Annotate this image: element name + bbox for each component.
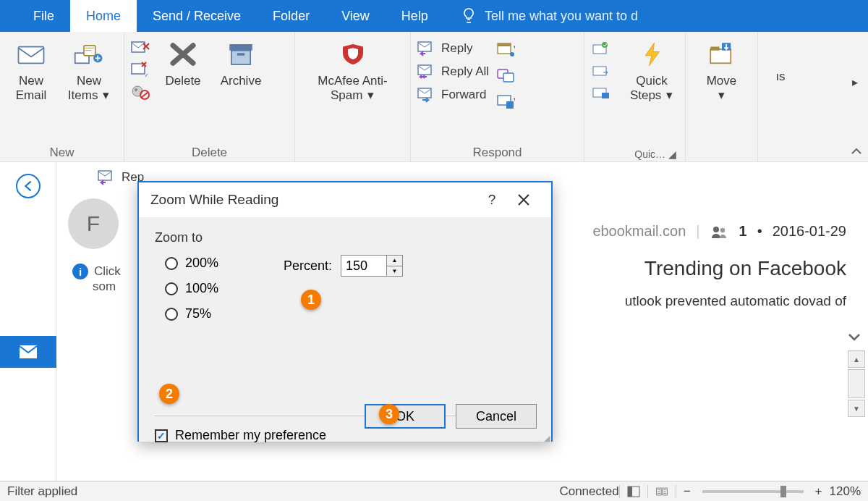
chevron-up-icon [849,144,864,159]
cancel-button[interactable]: Cancel [456,404,537,429]
svg-rect-4 [132,42,145,52]
forward-icon [417,87,435,103]
scroll-up-button[interactable]: ▲ [848,350,865,368]
tab-home[interactable]: Home [70,0,137,32]
zoom-slider[interactable] [702,490,804,493]
zoom-percent[interactable]: 120% [830,484,861,499]
view-reading-button[interactable] [620,486,647,497]
mcafee-label: McAfee Anti- Spam ▾ [318,74,387,104]
forward-button[interactable]: Forward [417,87,489,103]
message-subject: Trending on Facebook [592,257,846,280]
tab-send-receive[interactable]: Send / Receive [137,0,257,32]
reply-label: Reply [441,41,472,56]
tags-button[interactable]: ıs [764,36,797,84]
group-mcafee-label [301,144,404,160]
new-items-label: New Items ▾ [68,74,110,104]
expand-chevron[interactable] [846,329,862,348]
reply-button[interactable]: Reply [417,41,489,56]
scroll-thumb[interactable] [848,369,865,398]
chevron-down-icon: ▾ [665,88,673,97]
avatar-letter: F [87,211,100,236]
status-bar: Filter applied Connected − + 120% [0,481,868,501]
zoom-200-label: 200% [185,256,218,271]
remember-preference-checkbox[interactable]: ✓ Remember my preference [155,428,535,443]
more-respond-icon[interactable]: ▾ [496,94,515,110]
spinner-up-button[interactable]: ▲ [387,256,402,266]
ribbon-overflow-button[interactable]: ▸ [852,75,865,88]
cleanup-icon[interactable] [130,61,150,78]
info-icon: i [72,264,88,279]
mcafee-shield-icon [338,39,368,70]
im-reply-icon[interactable] [496,68,515,84]
tab-view[interactable]: View [326,0,386,32]
quick-steps-label: Quick Steps ▾ [630,74,673,104]
chevron-down-icon: ▾ [717,88,726,97]
reply-all-button[interactable]: Reply All [417,64,489,80]
callout-2: 2 [159,384,179,404]
message-meta: ebookmail.con | 1 • 2016-01-29 Trending … [592,223,846,309]
dialog-titlebar: Zoom While Reading ? [139,182,551,217]
group-tags-label [764,144,797,160]
group-move-label [692,144,752,160]
blocked-content-text: utlook prevented automatic dovad of [592,293,846,309]
scroll-down-button[interactable]: ▼ [848,400,865,417]
radio-icon [165,257,178,270]
callout-3: 3 [379,404,399,424]
quickstep-1-icon[interactable] [590,41,610,58]
svg-rect-22 [506,101,514,109]
archive-button[interactable]: Archive [216,36,266,88]
ribbon: New Email New Items ▾ New Delete Archive [0,32,868,162]
svg-text:▾: ▾ [514,43,515,51]
group-quicksteps-label[interactable]: Quic… ◢ [590,147,679,160]
mcafee-antispam-button[interactable]: McAfee Anti- Spam ▾ [302,36,404,104]
percent-input[interactable] [341,256,386,276]
quick-steps-button[interactable]: Quick Steps ▾ [626,36,677,104]
dialog-close-button[interactable] [508,185,540,214]
tab-folder[interactable]: Folder [257,0,326,32]
quickstep-2-icon[interactable] [590,62,610,80]
zoom-to-label: Zoom to [155,230,535,245]
svg-rect-0 [19,47,44,64]
new-email-button[interactable]: New Email [6,36,56,104]
view-normal-button[interactable] [648,486,676,497]
back-button[interactable] [16,174,41,198]
meeting-reply-icon[interactable]: ▾ [496,42,515,58]
junk-icon[interactable] [130,83,150,100]
dialog-help-button[interactable]: ? [476,185,508,214]
delete-mini-column [130,36,150,100]
ok-button[interactable]: OK [365,404,446,429]
svg-rect-16 [498,43,511,46]
new-items-button[interactable]: New Items ▾ [64,36,114,104]
svg-rect-20 [503,73,514,82]
svg-rect-29 [710,49,731,63]
quickstep-3-icon[interactable] [590,84,610,101]
chevron-down-icon: ▾ [366,88,375,97]
mail-nav-button[interactable] [0,336,56,368]
svg-point-7 [135,88,137,91]
svg-rect-28 [602,93,609,98]
tab-help[interactable]: Help [386,0,444,32]
info-text: Click [94,264,121,279]
ignore-icon[interactable] [130,39,150,56]
remember-preference-label: Remember my preference [175,428,326,443]
svg-rect-10 [231,51,250,64]
tell-me-search[interactable]: Tell me what you want to d [460,7,638,25]
move-button[interactable]: Move▾ [697,36,747,104]
checkbox-icon: ✓ [155,429,168,442]
chevron-down-icon [846,329,862,345]
zoom-75-label: 75% [185,306,211,321]
spinner-down-button[interactable]: ▼ [387,266,402,277]
zoom-75-radio[interactable]: 75% [165,306,535,321]
delete-button[interactable]: Delete [158,36,208,88]
zoom-out-button[interactable]: − [676,484,698,499]
dialog-resize-grip[interactable]: ◢ [544,436,550,440]
tab-file[interactable]: File [17,0,70,32]
ribbon-collapse-button[interactable] [849,144,864,159]
group-delete-label: Delete [130,144,289,160]
zoom-slider-thumb[interactable] [780,486,786,497]
zoom-in-button[interactable]: + [808,484,830,499]
reply-icon [97,169,116,185]
zoom-100-radio[interactable]: 100% [165,281,535,296]
recipient-count: 1 [739,223,747,240]
delete-x-icon [168,39,198,70]
